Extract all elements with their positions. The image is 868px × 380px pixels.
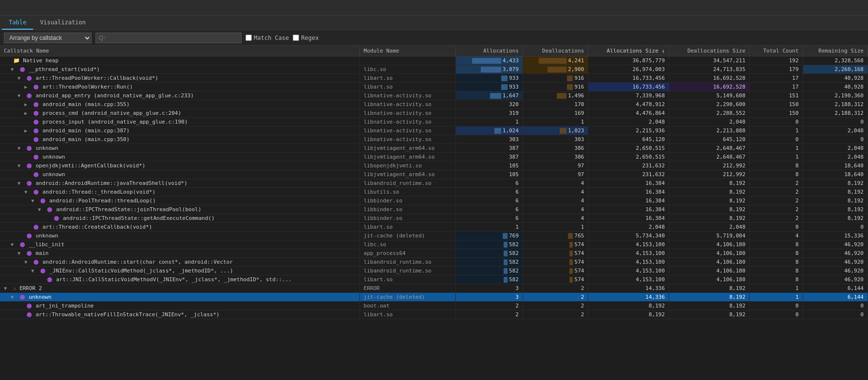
tree-toggle[interactable]: ▶ — [24, 110, 30, 116]
table-row[interactable]: unknown jit-cache (deleted) 769 765 5,73… — [0, 232, 868, 240]
table-row[interactable]: ▼ art::ThreadPoolWorker::Callback(void*)… — [0, 74, 868, 83]
col-remaining-size[interactable]: Remaining Size — [803, 46, 868, 56]
col-dealloc-size[interactable]: Deallocations Size — [669, 46, 750, 56]
table-row[interactable]: ▼ unknown jit-cache (deleted) 3 2 14,336… — [0, 293, 868, 302]
table-row[interactable]: ▼ android::AndroidRuntime::javaThreadShe… — [0, 179, 868, 188]
tree-toggle[interactable] — [18, 303, 23, 308]
table-row[interactable]: ▶ process_cmd (android_native_app_glue.c… — [0, 109, 868, 118]
callstack-name: android::PoolThread::threadLoop() — [49, 198, 156, 204]
tree-toggle[interactable] — [24, 224, 30, 230]
tree-toggle[interactable]: ▼ — [18, 181, 23, 186]
col-deallocations[interactable]: Deallocations — [523, 46, 588, 56]
table-row[interactable]: ▼ android::AndroidRuntime::start(char co… — [0, 258, 868, 267]
remaining-size-cell: 46,920 — [803, 275, 868, 284]
tree-toggle[interactable]: ▼ — [38, 207, 44, 212]
tree-toggle[interactable] — [4, 58, 10, 63]
table-row[interactable]: ▶ art::ThreadPoolWorker::Run() libart.so… — [0, 83, 868, 91]
tree-toggle[interactable]: ▼ — [24, 189, 30, 195]
table-row[interactable]: ▶ android_main (main.cpp:387) libnative-… — [0, 127, 868, 135]
regex-checkbox[interactable] — [293, 35, 299, 41]
tree-toggle[interactable]: ▼ — [4, 286, 10, 291]
match-case-checkbox[interactable] — [245, 35, 252, 41]
tree-toggle[interactable] — [18, 233, 23, 238]
col-allocations[interactable]: Allocations — [456, 46, 523, 56]
table-row[interactable]: ▼ android::PoolThread::threadLoop() libb… — [0, 197, 868, 205]
table-row[interactable]: ▼ __libc_init libc.so 582 574 4,153,100 … — [0, 240, 868, 249]
tree-toggle[interactable]: ▼ — [18, 163, 23, 168]
tree-toggle[interactable] — [24, 172, 30, 177]
match-case-label: Match Case — [254, 35, 289, 41]
col-callstack[interactable]: Callstack Name — [0, 46, 359, 56]
tree-toggle[interactable] — [24, 137, 30, 142]
table-row[interactable]: ▼ unknown libjvmtiagent_arm64.so 387 386… — [0, 144, 868, 153]
tree-toggle[interactable]: ▼ — [18, 251, 23, 256]
table-row[interactable]: art::Throwable_nativeFillInStackTrace(_J… — [0, 310, 868, 319]
tree-toggle[interactable]: ▼ — [31, 268, 37, 273]
top-bar — [0, 0, 868, 16]
dealloc-value: 574 — [574, 276, 584, 283]
table-row[interactable]: ▼ ⚠ ERROR 2 ERROR 3 2 14,336 8,192 1 6,1… — [0, 284, 868, 293]
tree-toggle[interactable] — [24, 119, 30, 125]
alloc-cell: 303 — [456, 135, 523, 144]
search-input[interactable] — [95, 33, 242, 43]
table-row[interactable]: unknown libjvmtiagent_arm64.so 105 97 23… — [0, 170, 868, 179]
table-row[interactable]: ▼ android::IPCThreadState::joinThreadPoo… — [0, 205, 868, 214]
callstack-cell: ▶ android_main (main.cpp:355) — [0, 100, 359, 109]
table-row[interactable]: ▼ openjdkjvmti::AgentCallback(void*) lib… — [0, 162, 868, 170]
tree-toggle[interactable]: ▼ — [11, 294, 17, 300]
tree-toggle[interactable]: ▼ — [31, 198, 37, 203]
tree-toggle[interactable] — [38, 277, 44, 282]
table-row[interactable]: 📁 Native heap 4,433 4,241 36,875,779 34,… — [0, 56, 868, 65]
table-row[interactable]: ▼ android::Thread::_threadLoop(void*) li… — [0, 188, 868, 197]
tree-toggle[interactable]: ▼ — [11, 242, 17, 247]
callstack-name: main — [36, 250, 49, 256]
table-row[interactable]: process_input (android_native_app_glue.c… — [0, 118, 868, 127]
alloc-value: 303 — [509, 136, 519, 143]
tree-toggle[interactable]: ▶ — [24, 84, 30, 90]
match-case-checkbox-label: Match Case — [245, 35, 289, 41]
alloc-cell: 4,433 — [456, 56, 523, 65]
table-row[interactable]: ▼ android_app_entry (android_native_app_… — [0, 91, 868, 100]
table-row[interactable]: ▼ main app_process64 582 574 4,153,100 4… — [0, 249, 868, 258]
tab-table[interactable]: Table — [2, 16, 33, 30]
table-row[interactable]: art_jni_trampoline boot.oat 2 2 8,192 8,… — [0, 302, 868, 310]
func-icon — [34, 111, 38, 116]
table-row[interactable]: ▼ __pthread_start(void*) libc.so 3,079 2… — [0, 65, 868, 74]
tree-toggle[interactable]: ▼ — [18, 75, 23, 81]
total-count-cell: 179 — [750, 65, 803, 74]
col-total-count[interactable]: Total Count — [750, 46, 803, 56]
callstack-name: art_jni_trampoline — [36, 303, 94, 309]
alloc-value: 105 — [509, 171, 519, 178]
tab-visualization[interactable]: Visualization — [33, 16, 93, 30]
table-row[interactable]: android::IPCThreadState::getAndExecuteCo… — [0, 214, 868, 223]
table-row[interactable]: unknown libjvmtiagent_arm64.so 387 386 2… — [0, 153, 868, 162]
arrange-select[interactable]: Arrange by callstack — [4, 33, 92, 43]
tree-toggle[interactable]: ▼ — [11, 67, 17, 72]
callstack-cell: ▼ android::Thread::_threadLoop(void*) — [0, 188, 359, 197]
tree-toggle[interactable]: ▼ — [18, 145, 23, 151]
tree-toggle[interactable]: ▶ — [24, 102, 30, 107]
alloc-value: 2 — [515, 303, 519, 309]
dealloc-cell: 574 — [523, 267, 588, 275]
callstack-cell: unknown — [0, 170, 359, 179]
tree-toggle[interactable] — [45, 216, 51, 221]
dealloc-size-cell: 8,192 — [669, 179, 750, 188]
alloc-cell: 6 — [456, 188, 523, 197]
tree-toggle[interactable] — [24, 154, 30, 160]
dealloc-value: 4 — [581, 206, 585, 213]
dealloc-size-cell: 34,547,211 — [669, 56, 750, 65]
table-row[interactable]: ▶ android_main (main.cpp:355) libnative-… — [0, 100, 868, 109]
col-module[interactable]: Module Name — [359, 46, 456, 56]
dealloc-cell: 2 — [523, 284, 588, 293]
table-row[interactable]: ▼ _JNIEnv::CallStaticVoidMethod(_jclass*… — [0, 267, 868, 275]
total-count-cell: 8 — [750, 249, 803, 258]
tree-toggle[interactable] — [18, 312, 23, 317]
tree-toggle[interactable]: ▶ — [24, 128, 30, 133]
table-row[interactable]: art::JNI::CallStaticVoidMethodV(_JNIEnv*… — [0, 275, 868, 284]
total-count-cell: 0 — [750, 223, 803, 232]
tree-toggle[interactable]: ▼ — [18, 93, 23, 98]
tree-toggle[interactable]: ▼ — [24, 259, 30, 265]
col-alloc-size[interactable]: Allocations Size ↓ — [588, 46, 669, 56]
table-row[interactable]: art::Thread::CreateCallback(void*) libar… — [0, 223, 868, 232]
table-row[interactable]: android_main (main.cpp:350) libnative-ac… — [0, 135, 868, 144]
